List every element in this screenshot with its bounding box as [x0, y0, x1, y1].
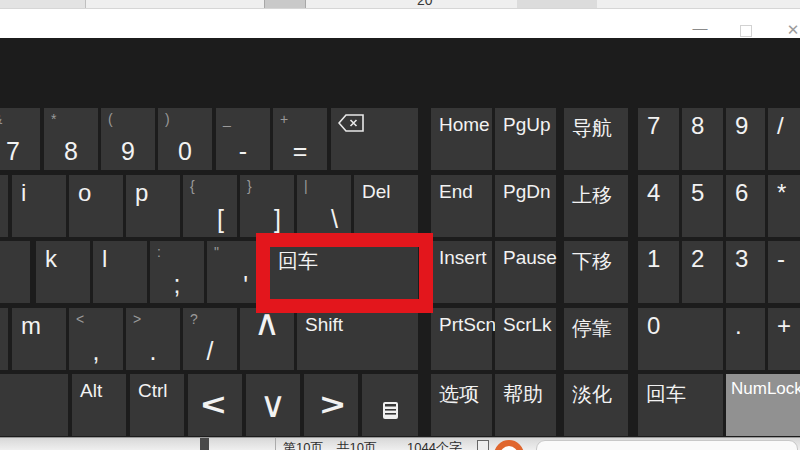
key-numlock[interactable]: NumLock [726, 374, 800, 436]
numpad-enter[interactable]: 回车 [638, 374, 723, 436]
minimize-button[interactable]: — [688, 19, 712, 36]
key-label: / [777, 112, 784, 140]
key-k[interactable]: k [36, 241, 90, 303]
key-sub-label: | [304, 178, 308, 194]
key-m[interactable]: m [12, 308, 66, 370]
key-sub-label: ( [108, 111, 113, 127]
key-7[interactable]: & 7 [0, 108, 40, 170]
on-screen-keyboard: & 7 * 8 ( 9 ) 0 _ - + = i o p { [0, 38, 800, 437]
key-period[interactable]: > . [126, 308, 180, 370]
key-label: [ [217, 205, 224, 234]
key-o[interactable]: o [69, 175, 123, 237]
numpad-3[interactable]: 3 [726, 241, 765, 303]
numpad-9[interactable]: 9 [726, 108, 765, 170]
ruler-segment [0, 0, 86, 8]
key-label: ; [150, 270, 204, 299]
maximize-icon[interactable] [740, 25, 752, 37]
key-label: Ctrl [138, 380, 168, 402]
numpad-multiply[interactable]: * [768, 175, 800, 237]
close-button[interactable]: ✕ [781, 21, 800, 39]
key-quote[interactable]: " ' [207, 241, 261, 303]
key-scrlk[interactable]: ScrLk [495, 308, 556, 370]
key-prtscn[interactable]: PrtScn [431, 308, 492, 370]
key-label: 上移 [572, 182, 612, 209]
key-home[interactable]: Home [431, 108, 492, 170]
key-8[interactable]: * 8 [44, 108, 98, 170]
key-pgdn[interactable]: PgDn [495, 175, 556, 237]
numpad-divide[interactable]: / [768, 108, 800, 170]
key-shift[interactable]: Shift [297, 308, 418, 370]
numpad-decimal[interactable]: . [726, 308, 765, 370]
key-arrow-down[interactable]: ∨ [246, 374, 300, 436]
key-label: . [735, 312, 742, 340]
key-backslash[interactable]: | \ [297, 175, 351, 237]
status-bar-divider [275, 438, 276, 450]
key-move-down[interactable]: 下移 [564, 241, 628, 303]
left-chevron-icon: ∨ [194, 392, 236, 418]
key-label: 导航 [572, 115, 612, 142]
key-sub-label: : [157, 244, 161, 260]
numpad-2[interactable]: 2 [682, 241, 723, 303]
key-end[interactable]: End [431, 175, 492, 237]
key-label: 帮助 [503, 381, 543, 408]
key-comma[interactable]: < , [69, 308, 123, 370]
key-p[interactable]: p [126, 175, 180, 237]
key-label: 5 [691, 179, 704, 207]
key-9[interactable]: ( 9 [101, 108, 155, 170]
key-equals[interactable]: + = [273, 108, 327, 170]
numpad-subtract[interactable]: - [768, 241, 800, 303]
key-fade[interactable]: 淡化 [564, 374, 628, 436]
right-chevron-icon: ∨ [310, 392, 352, 418]
key-del[interactable]: Del [354, 175, 418, 237]
key-label: k [45, 245, 57, 273]
key-label: - [216, 137, 270, 166]
key-semicolon[interactable]: : ; [150, 241, 204, 303]
key-label: 8 [44, 137, 98, 166]
key-move-up[interactable]: 上移 [564, 175, 628, 237]
key-insert[interactable]: Insert [431, 241, 492, 303]
key-pgup[interactable]: PgUp [495, 108, 556, 170]
numpad-add[interactable]: + [768, 308, 800, 370]
key-l[interactable]: l [93, 241, 147, 303]
key-backspace[interactable] [331, 108, 418, 170]
key-space-partial[interactable] [0, 374, 68, 436]
key-ctrl[interactable]: Ctrl [130, 374, 184, 436]
key-minus[interactable]: _ - [216, 108, 270, 170]
key-dock[interactable]: 停靠 [564, 308, 628, 370]
key-label: 停靠 [572, 315, 612, 342]
key-help[interactable]: 帮助 [495, 374, 556, 436]
key-partial-left-r3[interactable] [0, 241, 30, 303]
key-pause[interactable]: Pause [495, 241, 556, 303]
key-partial-left-r2[interactable] [0, 175, 8, 237]
key-label: - [777, 245, 785, 273]
key-arrow-left[interactable]: ∨ [188, 374, 242, 436]
ruler-segment [517, 0, 597, 8]
status-bar-pill [536, 440, 798, 450]
key-sub-label: < [76, 311, 84, 327]
key-context-menu[interactable] [362, 374, 418, 436]
key-right-bracket[interactable]: } ] [240, 175, 294, 237]
key-navigate[interactable]: 导航 [564, 108, 628, 170]
key-label: Insert [439, 247, 487, 269]
key-i[interactable]: i [12, 175, 66, 237]
key-alt[interactable]: Alt [72, 374, 126, 436]
key-arrow-right[interactable]: ∨ [304, 374, 358, 436]
numpad-0[interactable]: 0 [638, 308, 723, 370]
numpad-4[interactable]: 4 [638, 175, 679, 237]
key-partial-left-r4[interactable] [0, 308, 8, 370]
numpad-1[interactable]: 1 [638, 241, 679, 303]
numpad-7[interactable]: 7 [638, 108, 679, 170]
key-caret-up[interactable]: ∧ [240, 308, 294, 370]
key-sub-label: & [0, 111, 2, 127]
numpad-8[interactable]: 8 [682, 108, 723, 170]
numpad-6[interactable]: 6 [726, 175, 765, 237]
key-label: m [21, 312, 41, 340]
numpad-5[interactable]: 5 [682, 175, 723, 237]
key-options[interactable]: 选项 [431, 374, 492, 436]
highlight-box [256, 233, 433, 313]
key-label: / [183, 337, 237, 366]
key-slash[interactable]: ? / [183, 308, 237, 370]
key-label: Shift [305, 314, 343, 336]
key-0[interactable]: ) 0 [158, 108, 212, 170]
key-left-bracket[interactable]: { [ [183, 175, 237, 237]
